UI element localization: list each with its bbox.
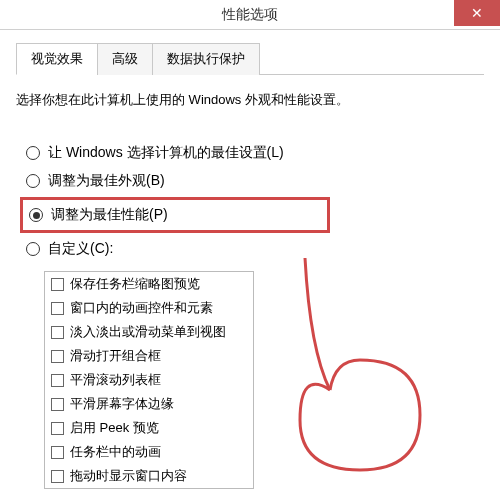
checkbox-row[interactable]: 任务栏中的动画 [45, 440, 253, 464]
checkbox-label: 任务栏中的动画 [70, 443, 161, 461]
radio-icon [26, 242, 40, 256]
checkbox-row[interactable]: 拖动时显示窗口内容 [45, 464, 253, 488]
tab-label: 视觉效果 [31, 51, 83, 66]
checkbox-row[interactable]: 平滑滚动列表框 [45, 368, 253, 392]
radio-label: 自定义(C): [48, 240, 113, 258]
checkbox-icon [51, 422, 64, 435]
radio-label: 调整为最佳性能(P) [51, 206, 168, 224]
tab-visual-effects[interactable]: 视觉效果 [16, 43, 98, 75]
tab-strip: 视觉效果 高级 数据执行保护 [16, 42, 484, 75]
checkbox-label: 淡入淡出或滑动菜单到视图 [70, 323, 226, 341]
radio-label: 让 Windows 选择计算机的最佳设置(L) [48, 144, 284, 162]
checkbox-row[interactable]: 窗口内的动画控件和元素 [45, 296, 253, 320]
checkbox-row[interactable]: 滑动打开组合框 [45, 344, 253, 368]
checkbox-icon [51, 470, 64, 483]
checkbox-label: 保存任务栏缩略图预览 [70, 275, 200, 293]
checkbox-row[interactable]: 启用 Peek 预览 [45, 416, 253, 440]
checkbox-icon [51, 350, 64, 363]
radio-icon [29, 208, 43, 222]
checkbox-row[interactable]: 平滑屏幕字体边缘 [45, 392, 253, 416]
checkbox-label: 拖动时显示窗口内容 [70, 467, 187, 485]
checkbox-row[interactable]: 保存任务栏缩略图预览 [45, 272, 253, 296]
radio-label: 调整为最佳外观(B) [48, 172, 165, 190]
checkbox-icon [51, 374, 64, 387]
checkbox-label: 平滑屏幕字体边缘 [70, 395, 174, 413]
radio-icon [26, 174, 40, 188]
tab-dep[interactable]: 数据执行保护 [152, 43, 260, 75]
checkbox-label: 启用 Peek 预览 [70, 419, 159, 437]
content-area: 视觉效果 高级 数据执行保护 选择你想在此计算机上使用的 Windows 外观和… [0, 30, 500, 501]
checkbox-row[interactable]: 淡入淡出或滑动菜单到视图 [45, 320, 253, 344]
checkbox-label: 平滑滚动列表框 [70, 371, 161, 389]
checkbox-label: 窗口内的动画控件和元素 [70, 299, 213, 317]
instruction-text: 选择你想在此计算机上使用的 Windows 外观和性能设置。 [16, 91, 484, 109]
radio-group: 让 Windows 选择计算机的最佳设置(L) 调整为最佳外观(B) 调整为最佳… [20, 139, 484, 263]
radio-custom[interactable]: 自定义(C): [20, 235, 484, 263]
radio-best-appearance[interactable]: 调整为最佳外观(B) [20, 167, 484, 195]
window-title: 性能选项 [222, 6, 278, 24]
radio-let-windows-choose[interactable]: 让 Windows 选择计算机的最佳设置(L) [20, 139, 484, 167]
close-button[interactable]: ✕ [454, 0, 500, 26]
radio-best-performance[interactable]: 调整为最佳性能(P) [20, 197, 330, 233]
tab-advanced[interactable]: 高级 [97, 43, 153, 75]
tab-label: 数据执行保护 [167, 51, 245, 66]
radio-icon [26, 146, 40, 160]
checkbox-icon [51, 398, 64, 411]
checkbox-icon [51, 302, 64, 315]
titlebar: 性能选项 ✕ [0, 0, 500, 30]
checkbox-icon [51, 326, 64, 339]
checkbox-label: 滑动打开组合框 [70, 347, 161, 365]
close-icon: ✕ [471, 5, 483, 21]
checkbox-icon [51, 446, 64, 459]
performance-options-list[interactable]: 保存任务栏缩略图预览 窗口内的动画控件和元素 淡入淡出或滑动菜单到视图 滑动打开… [44, 271, 254, 489]
tab-label: 高级 [112, 51, 138, 66]
checkbox-icon [51, 278, 64, 291]
